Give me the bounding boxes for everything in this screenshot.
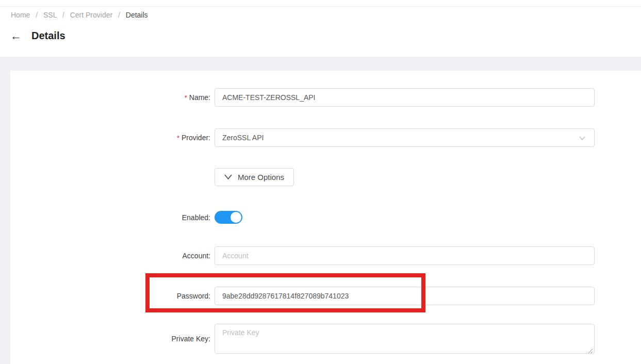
breadcrumb-separator: / [32, 11, 41, 19]
breadcrumb-separator: / [59, 11, 68, 19]
breadcrumb-home[interactable]: Home [11, 11, 30, 19]
enabled-toggle[interactable] [215, 211, 242, 224]
name-input[interactable] [215, 88, 595, 107]
breadcrumb: Home / SSL / Cert Provider / Details [0, 7, 641, 19]
provider-label: *Provider: [10, 134, 210, 142]
provider-selected-value: ZeroSSL API [222, 134, 264, 142]
required-asterisk: * [185, 94, 187, 102]
password-label: Password: [10, 292, 210, 300]
chevron-down-icon [224, 173, 232, 181]
form-row-name: *Name: [10, 88, 641, 107]
required-asterisk: * [177, 134, 179, 142]
page-header: ← Details [0, 19, 641, 46]
account-label: Account: [10, 252, 210, 260]
back-arrow-icon[interactable]: ← [10, 30, 24, 42]
breadcrumb-ssl[interactable]: SSL [43, 11, 57, 19]
form-row-more-options: More Options [10, 168, 641, 186]
form-row-account: Account: [10, 246, 641, 265]
more-options-label: More Options [238, 173, 284, 181]
form-row-enabled: Enabled: [10, 211, 641, 224]
enabled-label: Enabled: [10, 213, 210, 222]
name-label: *Name: [10, 93, 210, 102]
page-title: Details [31, 30, 65, 42]
more-options-button[interactable]: More Options [215, 168, 294, 186]
content-background: *Name: *Provider: ZeroSSL API [0, 57, 641, 364]
password-input[interactable] [215, 287, 595, 305]
toggle-knob [231, 212, 241, 223]
breadcrumb-details: Details [126, 11, 148, 19]
provider-select[interactable]: ZeroSSL API [215, 128, 595, 147]
private-key-label: Private Key: [10, 335, 210, 343]
form-panel: *Name: *Provider: ZeroSSL API [10, 71, 641, 364]
breadcrumb-separator: / [114, 11, 124, 19]
chevron-down-icon [579, 135, 586, 143]
top-navbar-edge [0, 0, 641, 7]
private-key-textarea[interactable] [215, 324, 595, 354]
form-row-private-key: Private Key: [10, 324, 641, 354]
form-row-provider: *Provider: ZeroSSL API [10, 128, 641, 147]
account-input[interactable] [215, 246, 595, 265]
form-row-password: Password: [10, 287, 641, 305]
resize-handle-icon[interactable] [588, 347, 593, 352]
cert-provider-details-page: Home / SSL / Cert Provider / Details ← D… [0, 0, 641, 364]
breadcrumb-cert-provider[interactable]: Cert Provider [70, 11, 112, 19]
